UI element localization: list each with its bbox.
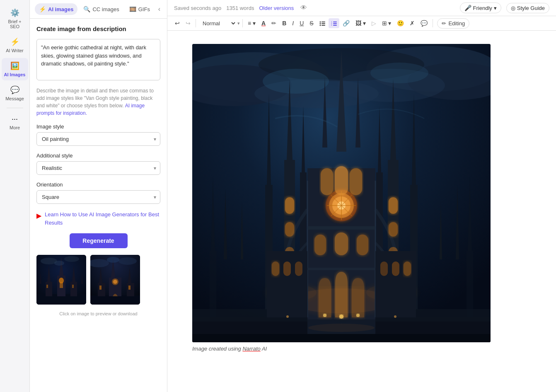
svg-rect-39: [333, 22, 337, 22]
svg-rect-95: [321, 168, 333, 195]
editing-mode-button[interactable]: ✏ Editing: [437, 18, 469, 29]
toolbar-divider-1: [196, 19, 196, 27]
toolbar: ↩ ↪ Normal Heading 1 Heading 2 Heading 3…: [167, 16, 556, 31]
nav-item-more[interactable]: ··· More: [2, 111, 28, 133]
ai-writer-icon: ⚡: [10, 37, 19, 46]
svg-point-122: [394, 315, 396, 318]
svg-rect-104: [375, 251, 416, 317]
svg-point-112: [308, 324, 375, 332]
style-guide-button[interactable]: ◎ Style Guide: [506, 3, 549, 13]
bullet-list-button[interactable]: [317, 18, 328, 28]
content-area: Image created using Narrato AI: [167, 31, 556, 392]
thumbnails-container: [36, 255, 160, 305]
highlight-button[interactable]: ✏: [269, 18, 279, 29]
svg-rect-43: [333, 25, 337, 26]
image-style-group: Image style Oil painting Watercolor Sket…: [36, 123, 160, 146]
image-style-select-wrapper: Oil painting Watercolor Sketch Digital a…: [36, 132, 160, 146]
orientation-select-wrapper: Square Landscape Portrait ▾: [36, 190, 160, 204]
play-button[interactable]: ▷: [369, 18, 379, 29]
youtube-tutorial-link[interactable]: ▶ Learn How to Use AI Image Generators f…: [36, 211, 160, 227]
thumbnail-1[interactable]: [36, 255, 86, 305]
svg-rect-99: [335, 232, 348, 255]
nav-divider: [7, 108, 23, 108]
align-button[interactable]: ≡ ▾: [245, 18, 258, 29]
tone-chevron-icon: ▾: [494, 5, 497, 11]
regenerate-button[interactable]: Regenerate: [70, 233, 128, 248]
additional-style-select[interactable]: Realistic Abstract Impressionist Surreal…: [36, 161, 160, 175]
table-button[interactable]: ⊞ ▾: [380, 18, 394, 29]
svg-rect-109: [392, 261, 399, 276]
italic-button[interactable]: I: [290, 18, 296, 29]
word-count: 1351 words: [226, 5, 254, 11]
tone-selector[interactable]: 🎤 Friendly ▾: [460, 2, 501, 13]
nav-item-brief-seo[interactable]: ⚙️ Brief + SEO: [2, 5, 28, 32]
cc-images-tab-icon: 🔍: [83, 6, 90, 12]
bold-button[interactable]: B: [280, 18, 289, 29]
link-button[interactable]: 🔗: [340, 18, 352, 29]
font-color-button[interactable]: A: [259, 18, 268, 29]
nav-label-brief-seo: Brief + SEO: [4, 19, 26, 29]
svg-rect-98: [314, 235, 326, 255]
strikethrough-button[interactable]: S: [307, 18, 316, 29]
svg-point-26: [113, 280, 117, 284]
nav-item-ai-writer[interactable]: ⚡ AI Writer: [2, 34, 28, 56]
editor-area: Saved seconds ago 1351 words Older versi…: [167, 0, 556, 392]
svg-rect-27: [99, 286, 102, 290]
brief-seo-icon: ⚙️: [10, 8, 19, 17]
svg-rect-35: [322, 23, 325, 24]
side-panel: ⚡ AI images 🔍 CC images 🎞️ GIFs ‹ Create…: [30, 0, 167, 392]
image-caption: Image created using Narrato AI: [192, 346, 267, 352]
orientation-select[interactable]: Square Landscape Portrait: [36, 190, 160, 204]
editing-pencil-icon: ✏: [442, 20, 446, 27]
svg-point-121: [286, 315, 289, 318]
svg-rect-28: [128, 286, 131, 290]
tab-ai-images-label: AI images: [48, 6, 73, 12]
section-title: Create image from description: [36, 25, 160, 32]
svg-rect-103: [267, 251, 307, 317]
svg-rect-80: [285, 222, 294, 237]
nav-label-ai-writer: AI Writer: [6, 48, 24, 53]
tab-gifs[interactable]: 🎞️ GIFs: [125, 3, 154, 15]
comment-button[interactable]: 💬: [418, 18, 430, 29]
svg-rect-101: [307, 226, 375, 230]
microphone-icon: 🎤: [464, 5, 471, 11]
prompt-textarea[interactable]: "An eerie gothic cathedral at night, wit…: [36, 39, 160, 80]
additional-style-group: Additional style Realistic Abstract Impr…: [36, 152, 160, 175]
svg-rect-110: [380, 261, 388, 276]
svg-point-52: [263, 69, 329, 94]
nav-label-more: More: [10, 125, 20, 130]
svg-point-16: [54, 261, 64, 266]
svg-point-32: [319, 22, 321, 23]
older-versions-link[interactable]: Older versions: [259, 5, 294, 11]
left-navigation: ⚙️ Brief + SEO ⚡ AI Writer 🖼️ AI Images …: [0, 0, 30, 392]
svg-rect-12: [46, 285, 48, 288]
svg-rect-115: [210, 251, 216, 317]
tab-cc-images[interactable]: 🔍 CC images: [79, 3, 123, 15]
image-style-select[interactable]: Oil painting Watercolor Sketch Digital a…: [36, 132, 160, 146]
thumbnail-2[interactable]: [90, 255, 140, 305]
svg-point-30: [118, 257, 137, 265]
nav-item-message[interactable]: 💬 Message: [2, 82, 28, 104]
collapse-panel-button[interactable]: ‹: [157, 4, 162, 15]
insert-image-button[interactable]: 🖼 ▾: [353, 18, 368, 29]
main-image-wrapper[interactable]: [192, 44, 491, 342]
thumbnail-hint: Click on image to preview or download: [36, 311, 160, 316]
undo-button[interactable]: ↩: [172, 18, 182, 29]
emoji-button[interactable]: 🙂: [394, 18, 406, 29]
numbered-list-button[interactable]: 1.2.3.: [329, 18, 339, 28]
svg-rect-41: [333, 23, 337, 24]
svg-point-15: [64, 256, 79, 262]
svg-rect-79: [285, 197, 294, 214]
redo-button[interactable]: ↪: [183, 18, 193, 29]
format-select[interactable]: Normal Heading 1 Heading 2 Heading 3: [198, 18, 237, 29]
svg-rect-33: [322, 22, 325, 22]
svg-rect-11: [60, 282, 63, 288]
underline-button[interactable]: U: [297, 18, 306, 29]
nav-item-ai-images[interactable]: 🖼️ AI Images: [2, 58, 28, 80]
preview-button[interactable]: 👁: [299, 3, 309, 12]
tone-label: Friendly: [473, 5, 492, 11]
tab-cc-images-label: CC images: [92, 6, 119, 12]
tab-ai-images[interactable]: ⚡ AI images: [35, 3, 77, 15]
orientation-label: Orientation: [36, 181, 160, 188]
clear-format-button[interactable]: ✗: [407, 18, 417, 29]
